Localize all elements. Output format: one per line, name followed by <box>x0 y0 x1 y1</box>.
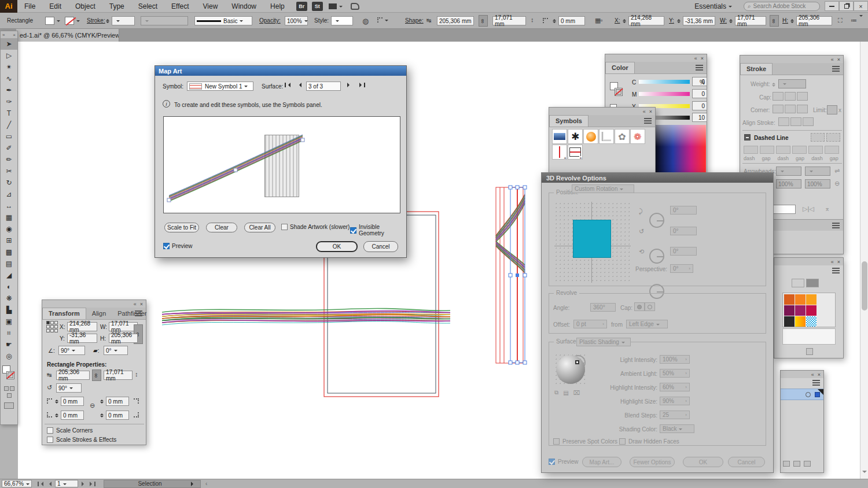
swatch-grid[interactable] <box>782 293 836 327</box>
cyan-slider[interactable] <box>639 80 690 84</box>
document-setup-icon[interactable]: ◍ <box>362 17 369 25</box>
workspace-switcher[interactable]: Essentials <box>694 2 732 10</box>
x-label[interactable]: X: <box>615 17 620 24</box>
map-art-preview[interactable] <box>163 116 400 213</box>
close-icon[interactable]: × <box>13 32 16 38</box>
tab-symbols[interactable]: Symbols <box>549 115 589 127</box>
shape-height-field[interactable]: 17,071 mm <box>492 16 526 25</box>
collapse-icon[interactable]: « <box>811 372 814 378</box>
blend-tool[interactable]: ◐ <box>1 281 17 293</box>
stroke-weight-label[interactable]: Stroke: <box>87 17 105 24</box>
close-icon[interactable]: × <box>837 57 840 62</box>
restore-button[interactable] <box>839 1 854 11</box>
curvature-tool[interactable]: ✑ <box>1 96 17 108</box>
tab-transform[interactable]: Transform <box>42 308 86 319</box>
corner-radius-field[interactable]: 0 mm <box>558 16 585 25</box>
invisible-geometry-row[interactable]: Invisible Geometry <box>350 224 406 236</box>
color-spectrum[interactable] <box>653 125 706 173</box>
hand-tool[interactable]: ☛ <box>1 339 17 350</box>
shear-field[interactable]: 0° <box>104 346 128 355</box>
last-surface-button[interactable] <box>359 83 365 87</box>
dialog-title[interactable]: Map Art <box>155 66 406 76</box>
panel-menu-icon[interactable] <box>832 223 840 228</box>
clear-button[interactable]: Clear <box>206 223 237 232</box>
artboard-tool[interactable]: ▣ <box>1 316 17 327</box>
scale-corners-row[interactable]: Scale Corners <box>47 427 93 434</box>
corner-br-stepper[interactable] <box>100 412 104 419</box>
surface-count-field[interactable]: 3 of 3 <box>306 82 341 91</box>
h-label[interactable]: H: <box>782 17 788 24</box>
status-menu-arrow[interactable] <box>191 482 196 486</box>
corner-unlink-icon[interactable]: ⊘ <box>88 401 97 411</box>
select-similar-icon[interactable]: ▦▫ <box>595 17 602 24</box>
menu-window[interactable]: Window <box>225 0 263 13</box>
y-label[interactable]: Y: <box>669 17 674 24</box>
lasso-tool[interactable]: ∿ <box>1 73 17 84</box>
black-field[interactable]: 10 <box>692 113 707 122</box>
document-tab[interactable]: ed-1.ai* @ 66,67% (CMYK/Preview) × <box>16 29 119 42</box>
close-icon[interactable]: × <box>818 372 821 378</box>
line-segment-tool[interactable]: ╱ <box>1 119 17 131</box>
zoom-tool[interactable]: ◎ <box>1 350 17 362</box>
gradient-tool[interactable]: ▤ <box>1 258 17 269</box>
corner-tl-field[interactable]: 0 mm <box>61 397 84 406</box>
type-tool[interactable]: T <box>1 108 17 119</box>
menu-select[interactable]: Select <box>131 0 164 13</box>
gpu-performance-icon[interactable] <box>351 3 359 10</box>
invisible-geometry-checkbox[interactable] <box>350 227 356 234</box>
column-graph-tool[interactable]: ▙ <box>1 304 17 316</box>
style-field[interactable] <box>331 16 353 25</box>
symbol-sprayer-tool[interactable]: ❋ <box>1 293 17 304</box>
magenta-field[interactable]: 0 <box>692 89 707 98</box>
light-handle[interactable] <box>575 360 579 364</box>
ink-splat-symbol[interactable]: ✱ <box>568 129 583 144</box>
tab-stroke[interactable]: Stroke <box>740 63 773 75</box>
tab-align[interactable]: Align <box>86 308 112 319</box>
light-sphere[interactable] <box>556 355 585 384</box>
mesh-tool[interactable]: ▩ <box>1 246 17 258</box>
collapse-icon[interactable]: « <box>831 259 834 265</box>
panel-menu-icon[interactable] <box>135 310 142 316</box>
perspective-grid-tool[interactable]: ⊞ <box>1 235 17 246</box>
x-field[interactable]: 214,268 mm <box>628 16 664 25</box>
bridge-button[interactable]: Br <box>296 2 307 11</box>
corner-tr-field[interactable]: 0 mm <box>106 397 129 406</box>
scissors-tool[interactable]: ✂ <box>1 165 17 177</box>
draw-mode-buttons[interactable] <box>1 385 17 399</box>
zoom-level-combo[interactable]: 66,67% <box>2 480 32 487</box>
shade-artwork-row[interactable]: Shade Artwork (slower) <box>281 224 350 230</box>
eyedropper-tool[interactable]: ◢ <box>1 269 17 281</box>
collapse-icon[interactable]: « <box>694 56 697 61</box>
shape-width-field[interactable]: 205,306 mm <box>437 16 474 25</box>
stroke-weight-field[interactable] <box>112 16 135 25</box>
scale-strokes-row[interactable]: Scale Strokes & Effects <box>47 437 116 443</box>
new-symbol-1[interactable] <box>568 145 583 160</box>
corner-bl-stepper[interactable] <box>55 412 58 419</box>
layer-row-selected[interactable] <box>781 389 823 400</box>
slice-tool[interactable]: ⌗ <box>1 327 17 339</box>
transform-y-field[interactable]: -31,36 mm <box>67 334 97 343</box>
preview-row[interactable]: Preview <box>163 243 193 249</box>
collapse-icon[interactable]: « <box>643 109 646 114</box>
clear-all-button[interactable]: Clear All <box>244 223 275 232</box>
stock-button[interactable]: St <box>312 2 323 11</box>
first-surface-button[interactable] <box>285 83 290 87</box>
magenta-slider[interactable] <box>639 92 690 96</box>
scrollbar-thumb[interactable] <box>862 261 867 310</box>
tab-color[interactable]: Color <box>605 62 635 73</box>
cancel-button[interactable]: Cancel <box>363 241 398 252</box>
scale-strokes-checkbox[interactable] <box>47 437 53 443</box>
h-stepper[interactable] <box>790 17 794 25</box>
search-input[interactable] <box>753 3 811 9</box>
free-transform-tool[interactable]: ▦ <box>1 212 17 223</box>
minimize-button[interactable] <box>825 1 839 11</box>
sketch-frame-symbol[interactable] <box>599 129 614 144</box>
transform-options-icon[interactable]: ⛶ <box>838 17 843 24</box>
collapse-icon[interactable]: » <box>2 32 5 38</box>
y-field[interactable]: -31,36 mm <box>683 16 715 25</box>
tab-pathfinder[interactable]: Pathfinder <box>112 308 152 319</box>
fill-stroke-control[interactable] <box>1 364 17 382</box>
transform-h-field[interactable]: 205,306 mm <box>109 334 138 343</box>
opacity-label[interactable]: Opacity: <box>259 17 281 24</box>
paintbrush-tool[interactable]: ✐ <box>1 142 17 154</box>
